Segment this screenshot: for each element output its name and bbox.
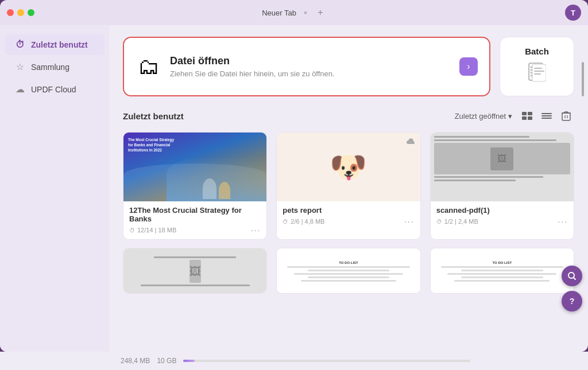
svg-rect-9 [522,112,527,115]
top-row: 🗂 Datei öffnen Ziehen Sie die Datei hier… [123,37,574,96]
cloud-icon: ☁ [15,84,25,95]
clock-icon-small: ⏱ [283,219,288,225]
list-view-button[interactable] [519,108,535,124]
file-card-partial-2[interactable]: TO DO LIST [276,248,420,294]
sidebar: ⏱ Zuletzt benutzt ☆ Sammlung ☁ UPDF Clou… [0,25,109,352]
file-card-partial-1[interactable]: 🖼 [123,248,267,294]
svg-rect-10 [528,112,532,115]
file-meta-pets: ⏱ 2/6 | 4,8 MB ··· [283,217,414,226]
sidebar-item-cloud-label: UPDF Cloud [31,85,76,94]
app-body: ⏱ Zuletzt benutzt ☆ Sammlung ☁ UPDF Clou… [0,25,588,352]
clock-icon-small: ⏱ [129,227,135,233]
batch-doc-icon [528,62,546,87]
file-card-banks[interactable]: The Most Crucial Strategyfor Banks and F… [123,132,267,240]
storage-progress-fill [183,360,195,362]
sidebar-item-recent-label: Zuletzt benutzt [31,40,88,49]
svg-rect-13 [541,113,552,114]
file-thumbnail-pets: 🐶 [277,133,420,201]
chevron-down-icon: ▾ [508,112,512,120]
svg-rect-7 [534,71,544,72]
file-more-button-scanned[interactable]: ··· [558,217,568,226]
recent-section-label: Zuletzt benutzt [123,111,184,121]
file-more-button-pets[interactable]: ··· [404,217,415,226]
tab-close-button[interactable]: × [301,8,310,17]
svg-rect-8 [534,73,541,75]
svg-rect-11 [522,116,527,120]
new-tab-button[interactable]: + [315,7,326,18]
scrollbar-thumb[interactable] [582,62,584,96]
sort-dropdown[interactable]: Zuletzt geöffnet ▾ [455,112,512,120]
file-card-pets[interactable]: 🐶 pets report ⏱ 2/6 | 4,8 MB [276,132,420,240]
file-thumbnail-banks: The Most Crucial Strategyfor Banks and F… [123,133,266,201]
recent-header-controls: Zuletzt geöffnet ▾ [455,108,574,124]
grid-view-button[interactable] [539,108,555,124]
file-meta-scanned: ⏱ 1/2 | 2,4 MB ··· [436,217,568,226]
sidebar-item-recent[interactable]: ⏱ Zuletzt benutzt [5,34,105,55]
file-card-scanned[interactable]: 🖼 scanned-pdf(1) ⏱ 1/2 | 2,4 MB [430,132,574,240]
svg-rect-12 [528,116,532,120]
status-bar: 248,4 MB 10 GB [0,352,588,370]
sidebar-item-collection[interactable]: ☆ Sammlung [5,56,105,77]
file-name-pets: pets report [283,206,414,215]
storage-progress-bar [183,360,470,362]
batch-card[interactable]: Batch [500,37,574,96]
tab-title-text: Neuer Tab [262,9,296,17]
sidebar-item-cloud[interactable]: ☁ UPDF Cloud [5,79,105,100]
tab-title: Neuer Tab × + [262,7,326,18]
recent-header: Zuletzt benutzt Zuletzt geöffnet ▾ [123,108,574,124]
sort-label: Zuletzt geöffnet [455,112,506,120]
file-info-pets: pets report ⏱ 2/6 | 4,8 MB ··· [277,201,420,231]
svg-rect-15 [541,118,552,119]
file-meta-banks: ⏱ 12/14 | 18 MB ··· [129,225,261,235]
file-grid-row2: 🖼 TO DO LIST TO D [123,248,574,294]
open-file-text: Datei öffnen Ziehen Sie die Datei hier h… [170,55,335,78]
open-file-card[interactable]: 🗂 Datei öffnen Ziehen Sie die Datei hier… [123,37,490,96]
titlebar: Neuer Tab × + T [0,0,588,25]
clock-icon: ⏱ [15,40,25,50]
open-file-subtitle: Ziehen Sie die Datei hier hinein, um sie… [170,69,335,78]
file-info-scanned: scanned-pdf(1) ⏱ 1/2 | 2,4 MB ··· [431,201,574,231]
file-name-scanned: scanned-pdf(1) [436,206,568,215]
sidebar-item-collection-label: Sammlung [31,63,69,72]
star-icon: ☆ [15,61,25,72]
close-window-button[interactable] [7,9,14,16]
fab-container: ? [562,266,582,311]
svg-rect-5 [532,64,546,81]
file-grid: The Most Crucial Strategyfor Banks and F… [123,132,574,240]
file-card-partial-3[interactable]: TO DO LIST [430,248,574,294]
folder-icon: 🗂 [138,54,160,79]
search-fab-button[interactable] [562,266,582,286]
minimize-window-button[interactable] [17,9,24,16]
cloud-sync-icon [407,137,416,146]
file-name-banks: 12The Most Crucial Strategy for Banks [129,206,261,223]
delete-button[interactable] [558,108,574,124]
avatar[interactable]: T [565,5,581,21]
help-fab-label: ? [570,297,575,306]
maximize-window-button[interactable] [28,9,34,16]
view-toggle [519,108,574,124]
clock-icon-small: ⏱ [436,219,442,225]
svg-rect-6 [534,68,542,69]
recent-section: Zuletzt benutzt Zuletzt geöffnet ▾ [123,108,574,340]
svg-rect-16 [562,113,570,120]
file-thumbnail-scanned: 🖼 [431,133,574,201]
open-file-title: Datei öffnen [170,55,335,67]
svg-rect-14 [541,115,552,116]
main-content: 🗂 Datei öffnen Ziehen Sie die Datei hier… [109,25,588,352]
storage-used: 248,4 MB [121,357,150,365]
traffic-lights [7,9,34,16]
batch-title: Batch [525,46,549,56]
file-more-button-banks[interactable]: ··· [251,225,261,235]
open-file-arrow-button[interactable]: › [459,57,478,76]
file-info-banks: 12The Most Crucial Strategy for Banks ⏱ … [123,201,266,239]
storage-total: 10 GB [157,357,176,365]
help-fab-button[interactable]: ? [562,291,582,311]
